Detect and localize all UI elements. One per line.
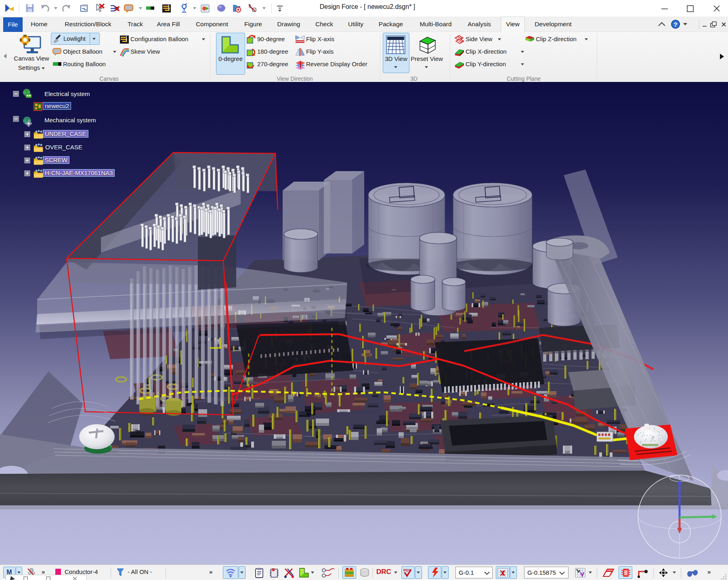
svg-text:?: ? (673, 21, 677, 28)
